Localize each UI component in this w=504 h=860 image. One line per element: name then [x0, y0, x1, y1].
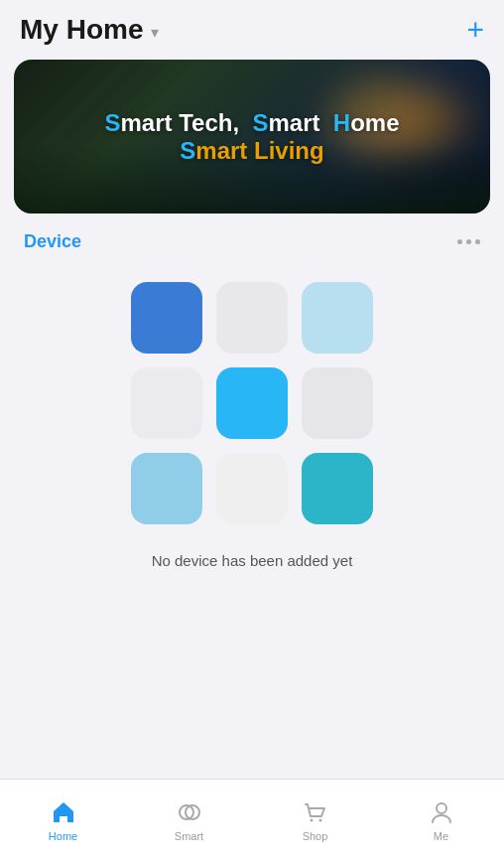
grid-cell-9[interactable]	[302, 453, 373, 524]
dot-3	[475, 239, 480, 244]
dot-2	[466, 239, 471, 244]
banner-text-line2: Smart Living	[180, 137, 323, 165]
dot-1	[457, 239, 462, 244]
banner-overlay: Smart Tech, Smart Home Smart Living	[14, 60, 490, 214]
grid-cell-2[interactable]	[216, 282, 288, 354]
page-title: My Home	[20, 14, 143, 46]
grid-cell-8[interactable]	[216, 453, 288, 524]
device-area: No device has been added yet	[0, 262, 504, 579]
grid-cell-7[interactable]	[131, 453, 202, 524]
nav-item-smart[interactable]: Smart	[126, 798, 252, 842]
nav-item-home[interactable]: Home	[0, 798, 126, 842]
nav-label-shop: Shop	[303, 830, 328, 842]
shop-icon	[302, 798, 329, 826]
me-icon	[428, 798, 455, 826]
smart-icon	[176, 798, 203, 826]
chevron-down-icon[interactable]: ▾	[151, 23, 159, 42]
banner-s2: S	[252, 109, 268, 136]
hero-banner: Smart Tech, Smart Home Smart Living	[14, 60, 490, 214]
section-title: Device	[24, 231, 81, 252]
nav-item-shop[interactable]: Shop	[252, 798, 378, 842]
nav-label-me: Me	[434, 830, 448, 842]
home-icon	[50, 798, 77, 826]
empty-state-message: No device has been added yet	[152, 552, 353, 569]
banner-s1: S	[104, 109, 120, 136]
nav-item-me[interactable]: Me	[378, 798, 504, 842]
banner-h: H	[333, 109, 350, 136]
device-grid	[131, 282, 373, 524]
grid-cell-3[interactable]	[302, 282, 373, 354]
bottom-nav: Home Smart Shop Me	[0, 779, 504, 860]
add-button[interactable]: +	[466, 15, 484, 45]
grid-cell-4[interactable]	[131, 367, 202, 439]
header-left: My Home ▾	[20, 14, 159, 46]
grid-cell-1[interactable]	[131, 282, 202, 354]
more-options-button[interactable]	[457, 239, 480, 244]
svg-point-3	[318, 818, 321, 821]
banner-text-line1: Smart Tech, Smart Home	[104, 109, 399, 137]
nav-label-home: Home	[49, 830, 77, 842]
header: My Home ▾ +	[0, 0, 504, 60]
section-header: Device	[0, 214, 504, 262]
grid-cell-5[interactable]	[216, 367, 288, 439]
banner-s3: S	[180, 137, 195, 164]
svg-point-4	[437, 803, 446, 813]
svg-point-2	[310, 818, 313, 821]
nav-label-smart: Smart	[175, 830, 203, 842]
grid-cell-6[interactable]	[302, 367, 373, 439]
